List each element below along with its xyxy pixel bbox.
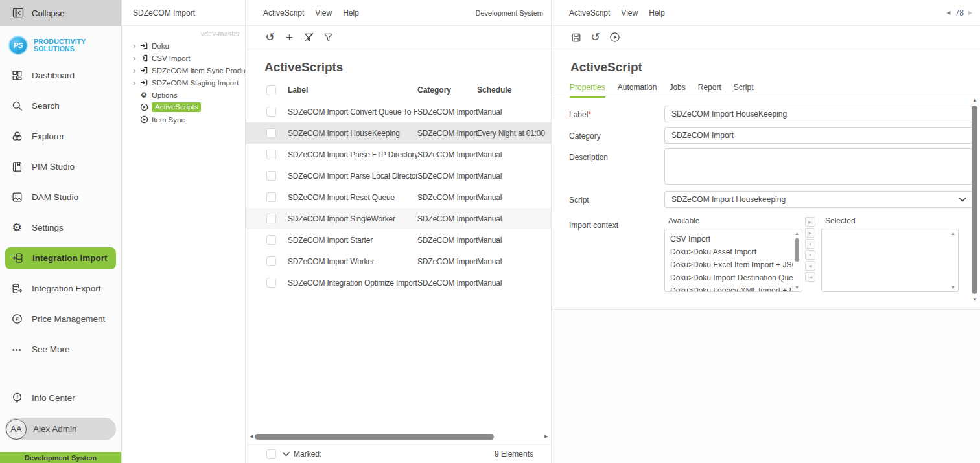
save-button[interactable] <box>570 31 582 43</box>
clear-filter-button[interactable] <box>303 31 315 43</box>
chevron-right-icon[interactable]: › <box>131 67 137 74</box>
refresh-button[interactable]: ↺ <box>264 31 276 43</box>
available-listbox[interactable]: CSV Import Doku>Doku Asset Import Doku>D… <box>664 229 802 292</box>
filter-button[interactable] <box>322 31 334 43</box>
chevron-right-icon[interactable]: › <box>131 54 137 62</box>
move-all-right-button[interactable]: ▶| <box>805 217 815 227</box>
tab-script[interactable]: Script <box>734 83 754 98</box>
selected-listbox[interactable]: ▲ ▼ <box>821 229 959 292</box>
tree-item-staging-import[interactable]: › SDZeCOM Staging Import <box>122 76 245 89</box>
scroll-up-icon[interactable]: ▲ <box>971 97 979 103</box>
row-checkbox[interactable] <box>266 150 276 159</box>
tab-properties[interactable]: Properties <box>570 83 605 98</box>
table-row[interactable]: SDZeCOM Import Worker SDZeCOM Import Man… <box>246 251 551 272</box>
move-up-button[interactable]: ▲ <box>805 239 815 249</box>
chevron-down-icon[interactable] <box>283 452 290 457</box>
menu-activescript[interactable]: ActiveScript <box>263 8 304 17</box>
row-checkbox[interactable] <box>266 192 276 202</box>
row-checkbox[interactable] <box>266 107 276 117</box>
menu-help[interactable]: Help <box>343 8 359 17</box>
available-item[interactable]: Doku>Doku Excel Item Import + JSON Trans <box>665 258 793 271</box>
scroll-up-icon[interactable]: ▲ <box>795 231 799 236</box>
add-button[interactable]: + <box>283 31 296 43</box>
tab-report[interactable]: Report <box>698 83 721 98</box>
sidebar-item-dam-studio[interactable]: DAM Studio <box>0 182 121 212</box>
tree-item-doku[interactable]: › Doku <box>122 40 245 52</box>
table-row[interactable]: SDZeCOM Import Parse FTP Directory SDZeC… <box>246 144 551 165</box>
scrollbar-thumb[interactable] <box>795 238 799 262</box>
refresh-button[interactable]: ↺ <box>589 31 601 43</box>
menu-help[interactable]: Help <box>649 8 665 17</box>
column-category[interactable]: Category <box>417 85 477 95</box>
scrollbar-thumb[interactable] <box>255 434 494 440</box>
table-row[interactable]: SDZeCOM Integration Optimize Import Tabl… <box>246 272 551 293</box>
tab-automation[interactable]: Automation <box>618 83 657 98</box>
scroll-down-icon[interactable]: ▼ <box>971 297 979 302</box>
vertical-scrollbar[interactable]: ▲ ▼ <box>971 97 979 302</box>
horizontal-scrollbar[interactable]: ◀ ▶ <box>248 432 550 441</box>
script-select[interactable]: SDZeCOM Import Housekeeping <box>664 191 973 208</box>
table-row[interactable]: SDZeCOM Import Parse Local Directory SDZ… <box>246 165 551 186</box>
tree-item-item-sync-products[interactable]: › SDZeCOM Item Sync Products <box>122 64 245 76</box>
run-button[interactable] <box>609 31 621 43</box>
move-left-button[interactable]: ◀ <box>805 261 815 271</box>
listbox-scrollbar[interactable]: ▲ ▼ <box>950 231 957 290</box>
previous-record-icon[interactable]: ◀ <box>946 10 950 16</box>
collapse-sidebar-button[interactable]: Collapse <box>0 0 121 26</box>
available-item[interactable]: Doku>Doku Asset Import <box>665 245 793 258</box>
table-row[interactable]: SDZeCOM Import Convert Queue To Filesyst… <box>246 101 551 122</box>
sidebar-item-settings[interactable]: ⚙ Settings <box>0 212 121 243</box>
scroll-up-icon[interactable]: ▲ <box>951 231 955 236</box>
menu-view[interactable]: View <box>315 8 332 17</box>
next-record-icon[interactable]: ▶ <box>968 10 972 16</box>
scroll-down-icon[interactable]: ▼ <box>951 284 955 290</box>
row-checkbox[interactable] <box>266 235 276 245</box>
row-checkbox[interactable] <box>266 278 276 288</box>
tree-item-item-sync[interactable]: Item Sync <box>122 113 245 126</box>
sidebar-item-explorer[interactable]: Explorer <box>0 121 121 152</box>
sidebar-item-integration-export[interactable]: Integration Export <box>0 273 121 304</box>
row-checkbox[interactable] <box>266 256 276 266</box>
sidebar-item-search[interactable]: Search <box>0 91 121 121</box>
scrollbar-thumb[interactable] <box>972 106 977 294</box>
tab-jobs[interactable]: Jobs <box>669 83 685 98</box>
menu-view[interactable]: View <box>621 8 638 17</box>
tree-item-csv-import[interactable]: › CSV Import <box>122 52 245 64</box>
sidebar-item-dashboard[interactable]: Dashboard <box>0 60 121 91</box>
table-row-selected[interactable]: SDZeCOM Import HouseKeeping SDZeCOM Impo… <box>246 122 551 144</box>
user-menu[interactable]: AA Alex Admin <box>5 418 116 440</box>
sidebar-item-price-management[interactable]: € Price Management <box>0 304 121 334</box>
available-item[interactable]: Doku>Doku Import Destination Queue <box>665 271 793 284</box>
chevron-right-icon[interactable]: › <box>131 42 137 50</box>
listbox-scrollbar[interactable]: ▲ ▼ <box>793 231 800 290</box>
column-schedule[interactable]: Schedule <box>477 85 551 95</box>
table-row[interactable]: SDZeCOM Import Starter SDZeCOM Import Ma… <box>246 229 551 251</box>
table-row[interactable]: SDZeCOM Import Reset Queue SDZeCOM Impor… <box>246 186 551 208</box>
menu-activescript[interactable]: ActiveScript <box>569 8 610 17</box>
sidebar-item-pim-studio[interactable]: PIM Studio <box>0 152 121 182</box>
move-right-button[interactable]: ▶ <box>805 228 815 238</box>
scroll-right-icon[interactable]: ▶ <box>543 434 550 439</box>
column-label[interactable]: Label <box>288 85 417 95</box>
available-item[interactable]: CSV Import <box>665 232 793 245</box>
select-all-checkbox[interactable] <box>266 85 276 95</box>
scroll-left-icon[interactable]: ◀ <box>248 434 255 439</box>
sidebar-item-integration-import[interactable]: Integration Import <box>0 243 121 273</box>
row-checkbox[interactable] <box>266 128 276 138</box>
marked-checkbox[interactable] <box>266 449 276 459</box>
sidebar-item-see-more[interactable]: ••• See More <box>0 334 121 365</box>
row-checkbox[interactable] <box>266 214 276 223</box>
tree-item-activescripts[interactable]: ActiveScripts <box>122 101 245 113</box>
move-down-button[interactable]: ▼ <box>805 250 815 260</box>
tree-item-options[interactable]: ⚙ Options <box>122 89 245 101</box>
available-item[interactable]: Doku>Doku Legacy XML Import + PHP inbu <box>665 284 793 292</box>
chevron-right-icon[interactable]: › <box>131 79 137 87</box>
row-checkbox[interactable] <box>266 171 276 181</box>
description-field[interactable] <box>664 148 973 185</box>
table-row[interactable]: SDZeCOM Import SingleWorker SDZeCOM Impo… <box>246 208 551 229</box>
sidebar-item-info-center[interactable]: i Info Center <box>0 383 121 413</box>
move-all-left-button[interactable]: |◀ <box>805 272 815 282</box>
label-field[interactable] <box>664 106 973 122</box>
category-field[interactable] <box>664 127 973 144</box>
scroll-down-icon[interactable]: ▼ <box>795 284 799 290</box>
